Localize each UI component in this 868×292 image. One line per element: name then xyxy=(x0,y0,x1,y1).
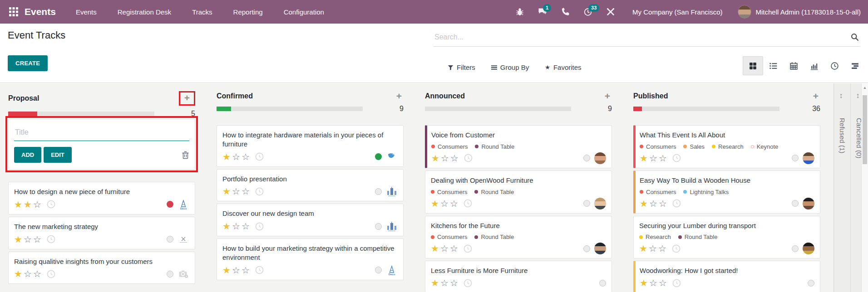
star-empty-icon[interactable]: ☆ xyxy=(649,278,659,288)
star-empty-icon[interactable]: ☆ xyxy=(450,243,459,253)
column-progressbar[interactable] xyxy=(217,107,363,111)
star-rating[interactable]: ★☆☆ xyxy=(431,198,459,209)
star-empty-icon[interactable]: ☆ xyxy=(232,152,242,162)
star-filled-icon[interactable]: ★ xyxy=(222,221,232,231)
create-button[interactable]: CREATE xyxy=(8,55,48,71)
star-rating[interactable]: ★☆☆ xyxy=(640,153,668,164)
user-menu[interactable]: Mitchell Admin (11783018-15-0-all) xyxy=(755,8,861,16)
star-filled-icon[interactable]: ★ xyxy=(640,199,649,209)
star-empty-icon[interactable]: ☆ xyxy=(242,221,251,231)
star-rating[interactable]: ★☆☆ xyxy=(431,153,460,164)
kanban-state-dot[interactable] xyxy=(792,200,799,207)
kanban-state-dot[interactable] xyxy=(375,267,382,273)
trash-icon[interactable] xyxy=(182,151,189,159)
kanban-card[interactable]: Securing your Lumber during transport Re… xyxy=(633,216,820,259)
star-empty-icon[interactable]: ☆ xyxy=(649,153,659,163)
favorites-button[interactable]: ★ Favorites xyxy=(545,63,581,71)
star-empty-icon[interactable]: ☆ xyxy=(450,153,460,163)
star-empty-icon[interactable]: ☆ xyxy=(441,153,450,163)
view-gantt-button[interactable] xyxy=(845,56,865,75)
kanban-card[interactable]: Kitchens for the Future ConsumersRound T… xyxy=(425,216,612,259)
activity-clock-icon[interactable] xyxy=(464,279,472,287)
kanban-card[interactable]: Voice from Customer ConsumersRound Table… xyxy=(425,125,612,168)
star-filled-icon[interactable]: ★ xyxy=(431,278,440,288)
kanban-card[interactable]: Easy Way To Build a Wooden House Consume… xyxy=(633,170,820,214)
tools-icon[interactable] xyxy=(606,7,615,16)
kanban-state-dot[interactable] xyxy=(583,245,590,252)
star-empty-icon[interactable]: ☆ xyxy=(649,243,658,253)
star-filled-icon[interactable]: ★ xyxy=(14,269,24,279)
debug-bug-icon[interactable] xyxy=(515,7,524,16)
kanban-card[interactable]: Portfolio presentation ★☆☆ xyxy=(217,169,404,202)
kanban-card[interactable]: Less Furniture is More Furniture ★☆☆ xyxy=(425,261,612,292)
star-rating[interactable]: ★☆☆ xyxy=(14,234,43,245)
star-filled-icon[interactable]: ★ xyxy=(14,234,24,244)
kanban-state-dot[interactable] xyxy=(375,223,382,230)
kanban-state-dot[interactable] xyxy=(167,236,173,243)
view-kanban-button[interactable] xyxy=(743,56,763,75)
star-rating[interactable]: ★☆☆ xyxy=(222,186,251,197)
star-filled-icon[interactable]: ★ xyxy=(431,199,440,209)
kanban-state-dot[interactable] xyxy=(808,280,814,287)
quick-create-add-button[interactable]: ADD xyxy=(14,147,41,163)
view-list-button[interactable] xyxy=(763,56,784,75)
add-column-record-button[interactable]: + xyxy=(811,91,820,101)
star-rating[interactable]: ★☆☆ xyxy=(222,151,251,162)
star-filled-icon[interactable]: ★ xyxy=(14,200,24,209)
star-empty-icon[interactable]: ☆ xyxy=(649,199,659,209)
messages-icon[interactable]: 1 xyxy=(538,7,547,16)
star-filled-icon[interactable]: ★ xyxy=(222,152,232,162)
menu-configuration[interactable]: Configuration xyxy=(284,8,324,16)
star-rating[interactable]: ★☆☆ xyxy=(640,277,668,288)
scrollbar-thumb[interactable] xyxy=(863,95,867,164)
filters-button[interactable]: Filters xyxy=(448,63,475,71)
kanban-card[interactable]: How to design a new piece of furniture ★… xyxy=(8,182,195,214)
star-filled-icon[interactable]: ★ xyxy=(222,186,232,196)
star-filled-icon[interactable]: ★ xyxy=(431,153,441,163)
company-switcher[interactable]: My Company (San Francisco) xyxy=(632,8,722,16)
kanban-card[interactable]: The new marketing strategy ★☆☆ xyxy=(8,217,195,249)
column-progressbar[interactable] xyxy=(633,107,779,111)
activity-clock-icon[interactable] xyxy=(672,199,681,208)
star-filled-icon[interactable]: ★ xyxy=(640,278,649,288)
menu-events[interactable]: Events xyxy=(76,8,97,16)
add-column-record-button[interactable]: + xyxy=(184,92,190,103)
kanban-state-dot[interactable] xyxy=(167,271,173,277)
star-empty-icon[interactable]: ☆ xyxy=(24,234,33,244)
activity-clock-icon[interactable] xyxy=(255,187,264,196)
star-rating[interactable]: ★☆☆ xyxy=(222,265,251,276)
quick-create-edit-button[interactable]: EDIT xyxy=(44,147,72,163)
search-input[interactable] xyxy=(434,29,860,47)
kanban-state-dot[interactable] xyxy=(167,201,173,208)
user-avatar[interactable] xyxy=(738,5,751,19)
activity-clock-icon[interactable] xyxy=(464,154,473,162)
star-empty-icon[interactable]: ☆ xyxy=(24,269,33,279)
star-empty-icon[interactable]: ☆ xyxy=(658,243,668,253)
star-rating[interactable]: ★☆☆ xyxy=(639,243,668,254)
kanban-state-dot[interactable] xyxy=(583,155,590,161)
star-empty-icon[interactable]: ☆ xyxy=(242,265,251,275)
star-empty-icon[interactable]: ☆ xyxy=(33,269,43,279)
star-empty-icon[interactable]: ☆ xyxy=(440,278,450,288)
star-empty-icon[interactable]: ☆ xyxy=(450,199,459,209)
kanban-card[interactable]: Dealing with OpenWood Furniture Consumer… xyxy=(425,170,612,214)
unfold-arrow-icon[interactable]: ↔ xyxy=(838,92,846,100)
group-by-button[interactable]: Group By xyxy=(491,63,529,71)
kanban-state-dot[interactable] xyxy=(583,200,590,207)
menu-reporting[interactable]: Reporting xyxy=(233,8,263,16)
kanban-card[interactable]: Raising qualitive insights from your cus… xyxy=(8,252,195,284)
activity-clock-icon[interactable] xyxy=(464,244,472,253)
star-rating[interactable]: ★☆☆ xyxy=(431,243,459,254)
star-empty-icon[interactable]: ☆ xyxy=(450,278,459,288)
vertical-scrollbar[interactable]: ▲ xyxy=(861,83,868,292)
star-empty-icon[interactable]: ☆ xyxy=(242,186,251,196)
activity-clock-icon[interactable]: 33 xyxy=(583,7,592,16)
star-empty-icon[interactable]: ☆ xyxy=(659,153,668,163)
add-column-record-button[interactable]: + xyxy=(395,91,404,101)
apps-grid-icon[interactable] xyxy=(9,7,18,16)
view-calendar-button[interactable] xyxy=(784,56,804,75)
star-empty-icon[interactable]: ☆ xyxy=(242,152,251,162)
activity-clock-icon[interactable] xyxy=(47,200,55,209)
star-filled-icon[interactable]: ★ xyxy=(640,153,649,163)
star-empty-icon[interactable]: ☆ xyxy=(232,265,242,275)
